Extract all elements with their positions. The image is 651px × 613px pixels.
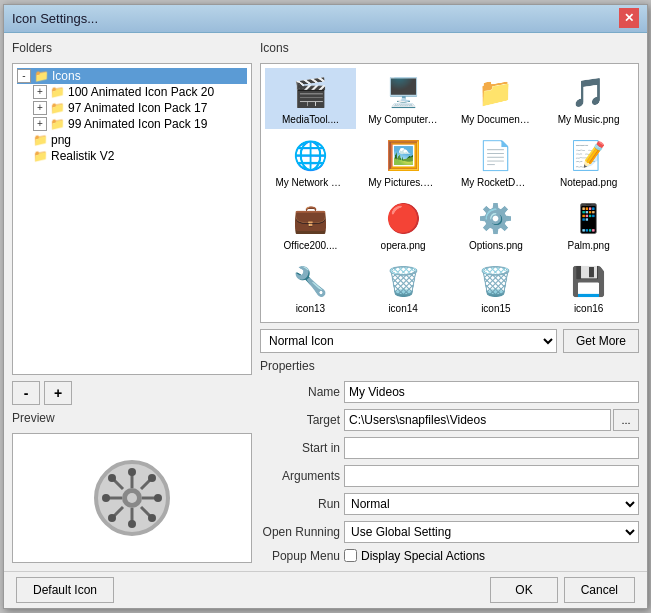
dialog-title: Icon Settings... <box>12 11 98 26</box>
footer: Default Icon OK Cancel <box>4 571 647 608</box>
ok-button[interactable]: OK <box>490 577 557 603</box>
icon-emoji: 📱 <box>568 198 610 240</box>
folders-tree[interactable]: - 📁 Icons + 📁 100 Animated Icon Pack 20 … <box>12 63 252 375</box>
icon-label: opera.png <box>381 240 426 251</box>
target-input[interactable] <box>344 409 611 431</box>
icon-label: My Music.png <box>558 114 620 125</box>
icon-item[interactable]: 🔧icon13 <box>265 257 356 318</box>
tree-item-0[interactable]: + 📁 100 Animated Icon Pack 20 <box>33 84 247 100</box>
icon-emoji: 📁 <box>475 72 517 114</box>
footer-right: OK Cancel <box>490 577 635 603</box>
tree-item-4-label: Realistik V2 <box>51 149 114 163</box>
icons-label: Icons <box>260 41 639 55</box>
svg-point-16 <box>148 474 156 482</box>
tree-item-3[interactable]: 📁 png <box>33 132 247 148</box>
folder-icon-0: 📁 <box>50 85 65 99</box>
get-more-button[interactable]: Get More <box>563 329 639 353</box>
tree-children: + 📁 100 Animated Icon Pack 20 + 📁 97 Ani… <box>17 84 247 164</box>
properties-label: Properties <box>260 359 639 373</box>
name-label: Name <box>260 385 340 399</box>
popup-menu-checkbox[interactable] <box>344 549 357 562</box>
open-running-row: Open Running Use Global Setting Always O… <box>260 521 639 543</box>
startin-row: Start in <box>260 437 639 459</box>
svg-point-11 <box>128 468 136 476</box>
icon-item[interactable]: 🖥️My Computer.... <box>358 68 449 129</box>
name-input[interactable] <box>344 381 639 403</box>
icon-item[interactable]: 🗑️icon14 <box>358 257 449 318</box>
icon-item[interactable]: 📁My Document... <box>451 68 542 129</box>
browse-button[interactable]: ... <box>613 409 639 431</box>
icon-label: My Document... <box>461 114 531 125</box>
icon-label: icon15 <box>481 303 510 314</box>
icon-item[interactable]: 💾icon16 <box>543 257 634 318</box>
icon-emoji: 🌐 <box>289 135 331 177</box>
icon-item[interactable]: 🔴opera.png <box>358 194 449 255</box>
arguments-label: Arguments <box>260 469 340 483</box>
icon-item[interactable]: 🖼️My Pictures.png <box>358 131 449 192</box>
tree-item-2[interactable]: + 📁 99 Animated Icon Pack 19 <box>33 116 247 132</box>
icon-item[interactable]: 🎵My Music.png <box>543 68 634 129</box>
icon-emoji: 📝 <box>568 135 610 177</box>
icon-emoji: 🖼️ <box>382 135 424 177</box>
tree-item-0-label: 100 Animated Icon Pack 20 <box>68 85 214 99</box>
open-running-label: Open Running <box>260 525 340 539</box>
left-panel: Folders - 📁 Icons + 📁 100 Animated Icon … <box>12 41 252 563</box>
startin-input[interactable] <box>344 437 639 459</box>
tree-item-4[interactable]: 📁 Realistik V2 <box>33 148 247 164</box>
folder-btn-row: - + <box>12 381 252 405</box>
icon-label: icon14 <box>388 303 417 314</box>
run-select[interactable]: Normal Minimized Maximized <box>344 493 639 515</box>
tree-item-root[interactable]: - 📁 Icons <box>17 68 247 84</box>
expand-icon-2: + <box>33 117 47 131</box>
icon-item[interactable]: 📱Palm.png <box>543 194 634 255</box>
main-content: Folders - 📁 Icons + 📁 100 Animated Icon … <box>4 33 647 571</box>
icon-label: My RocketDoc... <box>461 177 531 188</box>
icon-item[interactable]: ⚙️Options.png <box>451 194 542 255</box>
icon-type-select[interactable]: Normal Icon Large Icon Small Icon <box>260 329 557 353</box>
icon-label: My Computer.... <box>368 114 438 125</box>
right-panel: Icons 🎬MediaTool....🖥️My Computer....📁My… <box>260 41 639 563</box>
icon-emoji: 💾 <box>568 261 610 303</box>
close-button[interactable]: ✕ <box>619 8 639 28</box>
expand-icon-1: + <box>33 101 47 115</box>
expand-icon-root: - <box>17 69 31 83</box>
icon-settings-dialog: Icon Settings... ✕ Folders - 📁 Icons + 📁 <box>3 4 648 609</box>
icon-label: Office200.... <box>284 240 338 251</box>
tree-item-2-label: 99 Animated Icon Pack 19 <box>68 117 207 131</box>
icon-item[interactable]: 📝Notepad.png <box>543 131 634 192</box>
tree-item-1[interactable]: + 📁 97 Animated Icon Pack 17 <box>33 100 247 116</box>
cancel-button[interactable]: Cancel <box>564 577 635 603</box>
target-input-group: ... <box>344 409 639 431</box>
startin-label: Start in <box>260 441 340 455</box>
folder-icon-root: 📁 <box>34 69 49 83</box>
icon-emoji: 🎬 <box>289 72 331 114</box>
expand-icon-0: + <box>33 85 47 99</box>
tree-item-1-label: 97 Animated Icon Pack 17 <box>68 101 207 115</box>
icon-emoji: ⚙️ <box>475 198 517 240</box>
popup-menu-row: Popup Menu Display Special Actions <box>260 549 639 563</box>
icon-item[interactable]: 🎬MediaTool.... <box>265 68 356 129</box>
icon-label: My Pictures.png <box>368 177 438 188</box>
popup-menu-label: Popup Menu <box>260 549 340 563</box>
icon-label: icon13 <box>296 303 325 314</box>
add-folder-button[interactable]: + <box>44 381 72 405</box>
icon-item[interactable]: 💼Office200.... <box>265 194 356 255</box>
remove-folder-button[interactable]: - <box>12 381 40 405</box>
popup-menu-checkbox-label: Display Special Actions <box>361 549 485 563</box>
open-running-select[interactable]: Use Global Setting Always Open Never Ope… <box>344 521 639 543</box>
name-row: Name <box>260 381 639 403</box>
folders-label: Folders <box>12 41 252 55</box>
tree-item-root-label: Icons <box>52 69 81 83</box>
footer-left: Default Icon <box>16 577 114 603</box>
icon-item[interactable]: 📄My RocketDoc... <box>451 131 542 192</box>
icons-grid[interactable]: 🎬MediaTool....🖥️My Computer....📁My Docum… <box>260 63 639 323</box>
run-label: Run <box>260 497 340 511</box>
icon-item[interactable]: 🌐My Network Places.png <box>265 131 356 192</box>
default-icon-button[interactable]: Default Icon <box>16 577 114 603</box>
icon-item[interactable]: 🗑️icon15 <box>451 257 542 318</box>
preview-section <box>12 433 252 563</box>
folder-icon-1: 📁 <box>50 101 65 115</box>
icon-emoji: 🔴 <box>382 198 424 240</box>
svg-point-12 <box>128 520 136 528</box>
arguments-input[interactable] <box>344 465 639 487</box>
